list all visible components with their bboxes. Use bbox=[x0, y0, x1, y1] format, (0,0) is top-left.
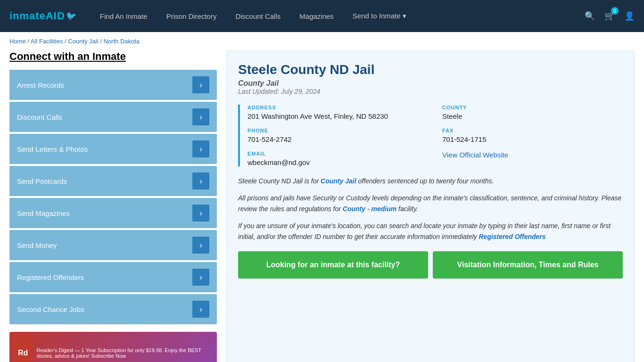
website-link[interactable]: View Official Website bbox=[442, 151, 508, 159]
sidebar-item-label: Send Postcards bbox=[17, 177, 67, 185]
visitation-info-button[interactable]: Visitation Information, Times and Rules bbox=[433, 251, 623, 279]
sidebar-item-discount-calls[interactable]: Discount Calls › bbox=[9, 102, 217, 132]
registered-offenders-link[interactable]: Registered Offenders bbox=[479, 233, 545, 240]
arrow-icon: › bbox=[192, 237, 209, 254]
phone-block: PHONE 701-524-2742 bbox=[248, 128, 428, 143]
main-nav: Find An Inmate Prison Directory Discount… bbox=[100, 12, 570, 20]
nav-send-to-inmate[interactable]: Send to Inmate ▾ bbox=[353, 12, 406, 20]
fax-value: 701-524-1715 bbox=[442, 135, 623, 143]
address-label: ADDRESS bbox=[248, 105, 428, 110]
sidebar-item-second-chance-jobs[interactable]: Second Chance Jobs › bbox=[9, 294, 217, 324]
arrow-icon: › bbox=[192, 173, 209, 189]
county-value: Steele bbox=[442, 112, 623, 120]
sidebar-item-label: Send Magazines bbox=[17, 209, 70, 217]
facility-info-grid: ADDRESS 201 Washington Ave West, Finley,… bbox=[248, 105, 623, 166]
breadcrumb: Home / All Facilities / County Jail / No… bbox=[0, 32, 644, 50]
fax-label: FAX bbox=[442, 128, 623, 133]
sidebar-item-send-letters[interactable]: Send Letters & Photos › bbox=[9, 134, 217, 164]
sidebar-item-arrest-records[interactable]: Arrest Records › bbox=[9, 70, 217, 100]
cart-badge: 0 bbox=[611, 7, 619, 15]
ad-image: Rd Reader's Digest — 1 Year Subscription… bbox=[9, 332, 217, 362]
sidebar-item-label: Discount Calls bbox=[17, 113, 62, 121]
county-jail-link[interactable]: County Jail bbox=[321, 177, 356, 185]
email-value: wbeckman@nd.gov bbox=[248, 158, 428, 166]
arrow-icon: › bbox=[192, 76, 209, 93]
sidebar-item-send-money[interactable]: Send Money › bbox=[9, 230, 217, 260]
bottom-buttons: Looking for an inmate at this facility? … bbox=[238, 251, 623, 279]
arrow-icon: › bbox=[192, 205, 209, 222]
county-label: COUNTY bbox=[442, 105, 623, 110]
nav-magazines[interactable]: Magazines bbox=[299, 12, 334, 20]
phone-value: 701-524-2742 bbox=[248, 135, 428, 143]
facility-content: Steele County ND Jail County Jail Last U… bbox=[226, 50, 635, 362]
nav-prison-directory[interactable]: Prison Directory bbox=[166, 12, 217, 20]
county-block: COUNTY Steele bbox=[442, 105, 623, 120]
sidebar-item-label: Send Money bbox=[17, 241, 57, 249]
county-medium-link[interactable]: County - medium bbox=[343, 205, 396, 213]
sidebar-item-label: Second Chance Jobs bbox=[17, 305, 84, 313]
search-icon[interactable]: 🔍 bbox=[585, 11, 595, 21]
sidebar-item-registered-offenders[interactable]: Registered Offenders › bbox=[9, 262, 217, 292]
header-icons: 🔍 🛒 0 👤 bbox=[585, 11, 635, 21]
nav-discount-calls[interactable]: Discount Calls bbox=[235, 12, 281, 20]
find-inmate-button[interactable]: Looking for an inmate at this facility? bbox=[238, 251, 428, 279]
sidebar-title: Connect with an Inmate bbox=[9, 50, 217, 63]
site-header: inmateAID 🐦 Find An Inmate Prison Direct… bbox=[0, 0, 644, 32]
main-layout: Connect with an Inmate Arrest Records › … bbox=[0, 50, 644, 362]
description-2: All prisons and jails have Security or C… bbox=[238, 193, 623, 214]
address-value: 201 Washington Ave West, Finley, ND 5823… bbox=[248, 112, 428, 120]
breadcrumb-all-facilities[interactable]: All Facilities bbox=[31, 38, 63, 45]
sidebar-item-label: Arrest Records bbox=[17, 81, 64, 89]
sidebar-item-label: Registered Offenders bbox=[17, 273, 84, 281]
phone-label: PHONE bbox=[248, 128, 428, 133]
ad-text: Reader's Digest — 1 Year Subscription fo… bbox=[36, 347, 213, 359]
email-label: EMAIL bbox=[248, 151, 428, 156]
email-block: EMAIL wbeckman@nd.gov bbox=[248, 151, 428, 166]
logo-bird-icon: 🐦 bbox=[66, 11, 76, 21]
facility-type: County Jail bbox=[238, 79, 623, 88]
cart-icon[interactable]: 🛒 0 bbox=[604, 11, 615, 21]
description-3: If you are unsure of your inmate's locat… bbox=[238, 221, 623, 242]
facility-name: Steele County ND Jail bbox=[238, 62, 623, 77]
sidebar-menu: Arrest Records › Discount Calls › Send L… bbox=[9, 70, 217, 324]
description-1: Steele County ND Jail is for County Jail… bbox=[238, 176, 623, 186]
address-block: ADDRESS 201 Washington Ave West, Finley,… bbox=[248, 105, 428, 120]
sidebar: Connect with an Inmate Arrest Records › … bbox=[9, 50, 217, 362]
fax-block: FAX 701-524-1715 bbox=[442, 128, 623, 143]
arrow-icon: › bbox=[192, 301, 209, 318]
sidebar-advertisement[interactable]: Rd Reader's Digest — 1 Year Subscription… bbox=[9, 332, 217, 362]
logo[interactable]: inmateAID 🐦 bbox=[9, 10, 76, 22]
sidebar-item-send-magazines[interactable]: Send Magazines › bbox=[9, 198, 217, 228]
website-block: View Official Website bbox=[442, 151, 623, 166]
breadcrumb-state[interactable]: North Dakota bbox=[103, 38, 140, 45]
arrow-icon: › bbox=[192, 269, 209, 286]
logo-text: inmateAID bbox=[9, 10, 65, 22]
breadcrumb-home[interactable]: Home bbox=[9, 38, 26, 45]
arrow-icon: › bbox=[192, 108, 209, 125]
nav-find-inmate[interactable]: Find An Inmate bbox=[100, 12, 148, 20]
user-icon[interactable]: 👤 bbox=[624, 11, 635, 21]
sidebar-item-send-postcards[interactable]: Send Postcards › bbox=[9, 166, 217, 196]
sidebar-item-label: Send Letters & Photos bbox=[17, 145, 88, 153]
last-updated: Last Updated: July 29, 2024 bbox=[238, 88, 623, 95]
breadcrumb-county-jail[interactable]: County Jail bbox=[68, 38, 98, 45]
facility-info-section: ADDRESS 201 Washington Ave West, Finley,… bbox=[238, 105, 623, 166]
arrow-icon: › bbox=[192, 140, 209, 157]
